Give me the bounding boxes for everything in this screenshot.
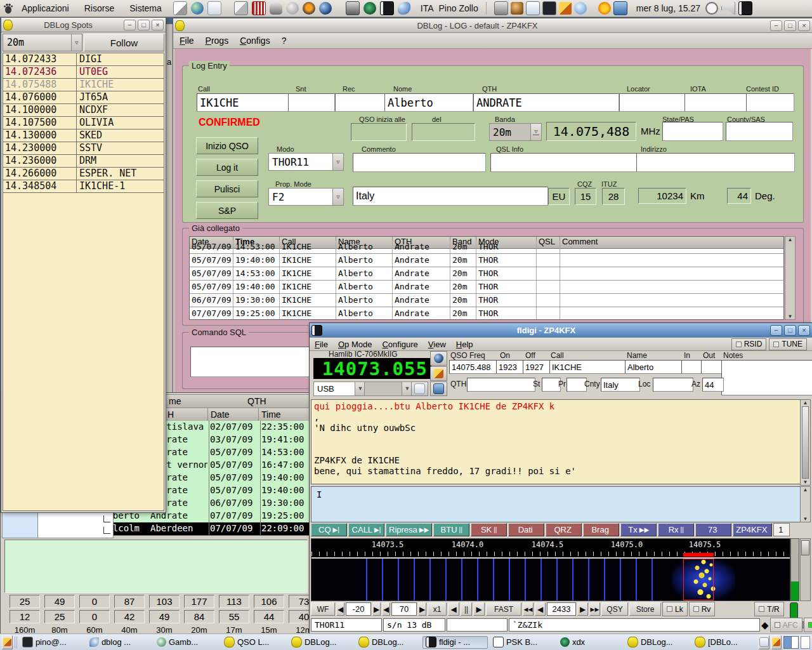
task-terminal[interactable]: pino@... [19,636,84,649]
menu-item[interactable]: File [180,36,194,46]
mouse-icon[interactable] [286,2,299,15]
Alberto[interactable]: 05/07/0919:40:00 IK1CHEAlberto Andrate20… [190,254,783,267]
qth-field[interactable]: ANDRATE [473,93,619,112]
macro-set-indicator[interactable]: 1 [773,523,790,536]
menu-item[interactable]: File [315,340,328,349]
qth-field[interactable] [467,378,535,392]
notes-applet-button[interactable] [759,635,769,649]
locator-field[interactable] [619,93,686,112]
follow-button[interactable]: Follow [84,34,164,51]
macro-73[interactable]: 73 [695,523,731,536]
user-switcher[interactable]: Pino Zollo [439,3,478,13]
time-on-field[interactable]: 1923 [496,360,525,374]
rx-text-area[interactable]: qui pioggia....btu Alberto IK1CHE de ZP4… [311,399,801,484]
waterfall-spectrum[interactable] [311,559,790,600]
spot-row[interactable]: 14.076000 JT65A [3,91,164,104]
sql-toggle[interactable]: SQL [804,618,812,632]
tree-panel-box[interactable] [2,511,39,538]
freq-coarse-down-button[interactable]: ◀◀ [523,602,534,616]
mail-applet-button[interactable] [771,635,782,649]
task-qso-list[interactable]: QSO L... [221,636,286,649]
txrx-toggle[interactable]: T/R [754,602,783,616]
volume-icon[interactable] [721,1,735,15]
trash-applet[interactable] [801,636,810,649]
task-gambas[interactable]: Gamb... [154,636,219,649]
sp-button[interactable]: S&P [196,202,258,219]
menu-item[interactable]: Configs [240,36,270,46]
update-star-icon[interactable] [598,2,611,15]
macro-dati[interactable]: Dati [508,523,544,536]
search-tool-icon[interactable] [173,1,187,15]
reverse-toggle[interactable]: Rv [689,602,716,616]
menu-item[interactable]: Configure [382,340,417,349]
save-qso-button[interactable] [430,381,447,396]
freq-coarse-up-button[interactable]: ▶▶ [589,602,600,616]
rig-mode-select[interactable]: ▼ [364,381,413,396]
spot-row[interactable]: 14.348504 IK1CHE-1 [3,180,164,193]
spot-row[interactable]: 14.230000 SSTV [3,142,164,155]
tree-branch-box[interactable] [37,511,114,538]
clear-fields-button[interactable] [430,366,447,381]
task-psk-browser[interactable]: PSK B... [490,636,555,649]
spot-row[interactable]: 14.072433 DIGI [3,53,164,66]
wf-speed-button[interactable]: FAST [486,602,521,616]
Alberto[interactable]: 06/07/0919:30:00 IK1CHEAlberto Andrate20… [190,294,783,307]
freq-up-button[interactable]: ▶ [577,602,588,616]
country-field[interactable]: Italy [353,187,548,206]
close-button[interactable]: × [798,20,810,31]
rx-scrollbar[interactable]: ▲▼ [800,399,811,486]
eraser-knife-icon[interactable] [234,1,248,15]
prop-mode-select[interactable]: F2 ▽ [268,188,344,206]
terminal-tray-icon[interactable] [542,1,556,15]
fldigi-icon[interactable] [380,1,394,15]
workspace-switcher[interactable] [783,636,799,649]
notes-icon[interactable] [207,1,221,15]
writer-icon[interactable] [559,2,572,15]
spot-row[interactable]: 14.130000 SKED [3,129,164,142]
drag-handle[interactable] [15,637,17,648]
minimize-button[interactable]: − [770,20,782,31]
fldigi-tray-icon[interactable] [738,1,752,15]
tx-text-area[interactable]: I [311,486,801,522]
wf-mode-button[interactable]: WF [311,602,335,616]
maximize-button[interactable]: □ [138,20,150,30]
tune-toggle[interactable]: TUNE [769,338,807,350]
spots-titlebar[interactable]: DBLog Spots − □ × [1,18,166,32]
worked-table[interactable]: Date Time Call Name QTH Band Mode QSL Co… [189,236,784,320]
nome-field[interactable]: Alberto [384,93,473,112]
close-button[interactable]: × [798,325,810,336]
atten-down-button[interactable]: ◀ [336,602,344,616]
pause-button[interactable]: || [461,602,472,616]
panel-menu[interactable]: Applicazioni [19,3,72,13]
task-dblog-term[interactable]: dblog ... [86,636,152,649]
rst-out-field[interactable] [701,360,724,374]
logbook-button[interactable] [411,381,428,396]
panel-menu[interactable]: Sistema [127,3,164,13]
spots-band-select[interactable]: 20m ▽ [3,34,82,51]
users-money-icon[interactable] [511,2,523,15]
macro-zp4kfx[interactable]: ZP4KFX [733,523,772,536]
macro-tx[interactable]: Tx [620,523,657,536]
time-off-field[interactable]: 1927 [523,360,552,374]
scroll-left-button[interactable]: ◀ [448,602,459,616]
afc-toggle[interactable]: AFC [770,618,802,632]
task-xdx[interactable]: xdx [557,636,622,649]
panel-menu[interactable]: Risorse [82,3,117,13]
maximize-button[interactable]: □ [784,325,796,336]
range-down-button[interactable]: ◀ [382,602,390,616]
rsid-toggle[interactable]: RSID [731,338,767,350]
show-desktop-button[interactable] [2,635,13,649]
qso-start-field[interactable] [351,123,407,141]
commento-field[interactable] [353,153,486,172]
macro-qrz[interactable]: QRZ [546,523,582,536]
display-icon[interactable] [613,1,627,15]
keyboard-layout-indicator[interactable]: ITA [421,3,434,13]
call-field[interactable]: IK1CHE [549,360,627,374]
fldigi-titlebar[interactable]: fldigi - ZP4KFX − □ × [310,323,812,338]
spot-row[interactable]: 14.236000 DRM [3,155,164,168]
country-field[interactable]: Italy [601,378,640,392]
task-dblog-1[interactable]: DBLog... [288,636,353,649]
state-pas-field[interactable] [662,122,723,141]
web-globe-icon[interactable] [191,2,204,15]
county-sas-field[interactable] [726,122,793,141]
